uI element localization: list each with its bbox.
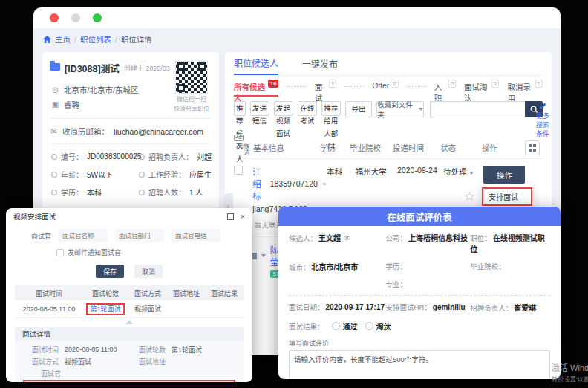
qr-code [175,61,208,94]
company-value: 上海梧桐信息科技 [408,234,468,242]
candidate-status-dropdown[interactable]: 待处理 [443,166,483,177]
count-badge: 2 [391,80,398,88]
stage-offer-cancelled[interactable]: 取消录用0 [507,76,543,97]
job-number-label: 编号： [61,151,83,162]
owner-value: 崔爱琳 [514,304,536,312]
detail-round-value: 第1轮面试 [172,345,236,355]
header-interview-result: 面试结果 [205,288,244,298]
cancel-button[interactable]: 取消 [134,265,163,278]
candidate-label: 候选人： [289,234,317,242]
fail-label: 淘汰 [376,320,391,332]
field-icon [51,190,57,195]
save-to-folder-dropdown[interactable]: 收藏到文件夹 [376,101,424,117]
close-dialog-icon[interactable]: × [241,212,245,221]
interviewer-dept-input[interactable] [115,229,164,242]
online-exam-button[interactable]: 在线考试 [298,101,317,116]
tab-job-candidates[interactable]: 职位候选人 [234,52,278,75]
degree-label: 学历： [386,262,408,271]
candidate-degree: 本科 [327,166,356,177]
menu-item-schedule-interview[interactable]: 安排面试 [483,188,532,205]
interview-date-label: 面试日期： [289,303,324,311]
minimize-window-button[interactable] [71,13,80,22]
candidate-search-input[interactable] [430,101,525,117]
start-video-interview-button[interactable]: 发起视频面试 [274,101,293,116]
stage-interview[interactable]: 面试3 [315,76,336,97]
field-icon [139,190,145,195]
degree-label: 学历： [61,187,83,198]
header-degree: 学历 [320,142,350,153]
stage-separator [344,86,364,87]
building-icon: ▣ [51,97,59,112]
recommend-candidate-button[interactable]: 推荐候选人 [234,101,246,116]
header-action: 操作 [482,142,525,153]
candidate-value: 王文超 [318,234,341,242]
header-interview-method: 面试方式 [128,288,168,298]
pass-label: 通过 [343,320,358,332]
field-icon [51,172,57,178]
maximize-window-button[interactable] [93,13,102,22]
header-apply-date: 投递时间 [393,142,440,153]
desktop: 主页 / 职位列表 / 职位详情 [ID3088]测试 创建于 2020/03 [0,0,588,388]
row-action-button[interactable]: 操作 [483,166,525,184]
count-badge: 0 [448,80,456,88]
job-company: 睿聘 [64,97,79,112]
eye-icon[interactable] [343,235,351,241]
candidate-school: 福州大学 [356,166,397,177]
send-sms-button[interactable]: 发送短信 [250,101,270,116]
detail-time-label: 面试时间 [22,345,59,355]
job-number-value: JD00383000025 [87,152,141,161]
more-search-conditions[interactable]: 更多搜索条件 [534,103,552,138]
headcount-label: 招聘人数： [148,187,186,198]
schedule-hr-label: 安排面试HR： [386,303,431,311]
home-icon [43,36,51,43]
header-basic-info: 基本信息 [253,142,320,153]
fail-radio[interactable] [365,322,373,330]
header-interview-address: 面试地址 [168,288,205,298]
candidate-toolbar: 推荐候选人 发送短信 发起视频面试 在线考试 推荐给用人部门 导出 收藏到文件夹 [234,101,543,117]
resume-email: liuchao@chinacareer.com [114,127,203,136]
chevron-down-icon[interactable] [261,254,266,257]
stage-interview-rejected[interactable]: 面试淘汰1 [464,76,500,97]
row-checkbox[interactable] [234,166,243,175]
header-status: 状态 [440,142,482,153]
round-1-link[interactable]: 第1轮面试 [88,305,122,313]
job-location: 北京市/北京市/东城区 [64,83,138,97]
evaluation-modal: 在线面试评价表 候选人：王文超 公司：上海梧桐信息科技 职位：在线视频测试职位 … [278,207,561,379]
pass-radio[interactable] [332,322,340,330]
close-window-button[interactable] [50,13,59,22]
experience-value: 应届生 [189,169,212,180]
schedule-interview-dialog: 视频安排面试 × 面试官 发邮件通知面试官 保存 取消 [6,208,252,382]
notify-interviewer-checkbox[interactable] [56,249,64,256]
stage-offer[interactable]: Offer2 [372,76,398,97]
detail-interviewer-label: 面试官 [22,369,61,378]
folder-icon [50,63,60,71]
field-icon [139,154,145,160]
schedule-hr-value: geminiliu [433,303,466,311]
header-interview-round: 面试轮数 [83,288,128,298]
evaluation-textarea[interactable] [289,350,550,379]
breadcrumb-home[interactable]: 主页 [55,33,71,45]
tab-one-key-publish[interactable]: 一键发布 [302,52,338,75]
refer-to-department-button[interactable]: 推荐给用人部门 [321,101,341,116]
interview-rounds-table: 面试时间 面试轮数 面试方式 面试地址 面试结果 2020-08-05 11:0… [15,285,244,324]
star-icon[interactable] [465,192,474,201]
export-button[interactable]: 导出 [345,101,373,117]
stage-all-candidates[interactable]: 所有候选人16 [234,76,278,97]
interviewer-phone-input[interactable] [172,229,220,242]
eye-icon[interactable] [322,181,327,187]
interviewer-name-input[interactable] [59,229,108,242]
column-settings-button[interactable] [525,140,540,155]
breadcrumb-job-list[interactable]: 职位列表 [80,33,111,45]
stage-onboard[interactable]: 入职0 [434,76,456,97]
save-button[interactable]: 保存 [96,265,124,278]
expand-dialog-icon[interactable] [227,213,234,220]
field-icon [139,172,145,178]
pencil-icon [540,103,546,109]
collapse-icon[interactable] [125,320,133,324]
detail-round-label: 面试轮数 [129,345,166,355]
recruiter-value: 刘超 [197,151,212,162]
interview-round-row: 2020-08-05 11:00 第1轮面试 视频面试 [15,300,244,318]
resume-email-label: 收简历邮箱： [62,126,109,137]
candidate-name-link[interactable]: 江绍标 [252,166,265,201]
position-label: 职位： [470,234,491,242]
